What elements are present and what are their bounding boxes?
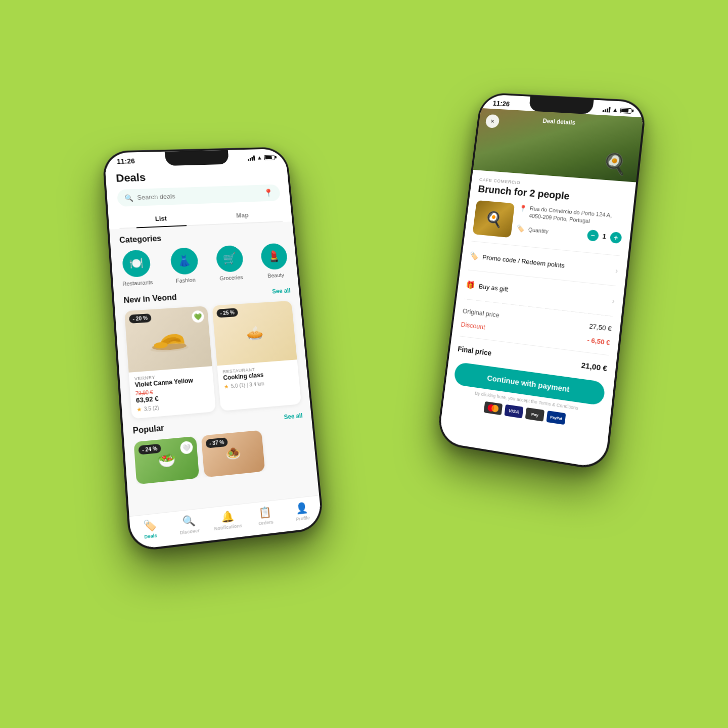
deal-content: CAFE COMERCIO Brunch for 2 people 📍 Rua … bbox=[439, 170, 636, 462]
battery-icon-2 bbox=[620, 108, 632, 114]
nav-icon-deals: 🏷️ bbox=[143, 518, 157, 533]
nav-label-orders: Orders bbox=[258, 519, 274, 526]
nav-notifications[interactable]: 🔔 Notifications bbox=[208, 508, 247, 532]
discount-label: Discount bbox=[461, 321, 486, 331]
product-card-shoe[interactable]: - 20 % 💚 bbox=[124, 306, 216, 419]
category-icon-groceries: 🛒 bbox=[215, 245, 244, 273]
mastercard-icon bbox=[484, 401, 503, 415]
nav-discover[interactable]: 🔍 Discover bbox=[169, 512, 209, 536]
category-label-groceries: Groceries bbox=[219, 274, 243, 281]
gift-chevron: › bbox=[612, 297, 615, 305]
final-price-label: Final price bbox=[458, 344, 492, 357]
search-input[interactable] bbox=[137, 190, 260, 201]
promo-code-row[interactable]: 🏷️ Promo code / Redeem points › bbox=[469, 246, 619, 281]
deal-info-row: 📍 Rua do Comércio do Porto 124 A, 4050-2… bbox=[472, 200, 624, 248]
food-product-info: RESTAURANT Cooking class ★ 5.0 (1) | bbox=[217, 359, 300, 395]
wifi-icon: ▲ bbox=[256, 154, 262, 161]
category-icon-fashion: 👗 bbox=[169, 247, 199, 275]
wishlist-btn-shoe[interactable]: 💚 bbox=[192, 310, 205, 323]
wifi-icon-2: ▲ bbox=[612, 106, 618, 113]
popular-title: Popular bbox=[132, 424, 164, 436]
popular-img-1: - 24 % 🥗 🤍 bbox=[133, 436, 199, 485]
discount-badge-food: - 25 % bbox=[216, 308, 238, 317]
nav-icon-notifications: 🔔 bbox=[220, 510, 234, 524]
category-label-fashion: Fashion bbox=[175, 277, 196, 284]
final-price-value: 21,00 € bbox=[581, 360, 608, 373]
deal-details-screen: 🍳 Deal details × CAFE COMERCIO Brunch fo… bbox=[439, 108, 644, 462]
new-section-title: New in Veond bbox=[123, 293, 177, 305]
address-icon: 📍 bbox=[518, 204, 527, 219]
deal-address-block: 📍 Rua do Comércio do Porto 124 A, 4050-2… bbox=[516, 204, 624, 248]
popular-scroll: - 24 % 🥗 🤍 - 37 % 🧆 bbox=[133, 426, 307, 485]
food-image: - 25 % 🥧 bbox=[212, 301, 297, 366]
quantity-value: 1 bbox=[602, 233, 607, 241]
category-restaurants[interactable]: 🍽️ Restaurants bbox=[120, 249, 153, 287]
paypal-icon: PayPal bbox=[546, 411, 566, 425]
nav-label-deals: Deals bbox=[144, 533, 157, 540]
hero-food-emoji: 🍳 bbox=[601, 151, 629, 176]
buy-as-gift-row[interactable]: 🎁 Buy as gift › bbox=[465, 275, 615, 311]
products-row: - 20 % 💚 bbox=[124, 301, 301, 419]
deal-thumbnail bbox=[472, 200, 515, 238]
see-all-popular[interactable]: See all bbox=[284, 412, 303, 421]
search-bar[interactable]: 🔍 📍 bbox=[117, 184, 281, 207]
see-all-new[interactable]: See all bbox=[272, 287, 291, 295]
categories-row: 🍽️ Restaurants 👗 Fashion 🛒 Groceries bbox=[120, 243, 289, 287]
shoe-image: - 20 % 💚 bbox=[124, 306, 212, 373]
original-price-label: Original price bbox=[462, 307, 500, 319]
popular-card-1[interactable]: - 24 % 🥗 🤍 bbox=[133, 436, 199, 485]
quantity-increase-btn[interactable]: + bbox=[610, 232, 622, 244]
category-groceries[interactable]: 🛒 Groceries bbox=[215, 245, 245, 282]
time-1: 11:26 bbox=[117, 157, 135, 165]
category-icon-restaurants: 🍽️ bbox=[121, 249, 151, 278]
discount-badge-shoe: - 20 % bbox=[129, 313, 152, 324]
star-icon-food: ★ bbox=[223, 383, 229, 390]
original-price-value: 27,50 € bbox=[589, 322, 612, 333]
nav-label-discover: Discover bbox=[179, 528, 200, 535]
status-icons-1: ▲ bbox=[247, 154, 275, 161]
phone2: 11:26 ▲ bbox=[436, 92, 647, 471]
category-icon-beauty: 💄 bbox=[260, 243, 288, 270]
tab-map[interactable]: Map bbox=[201, 206, 283, 224]
gift-label: Buy as gift bbox=[478, 282, 613, 305]
signal-icon bbox=[248, 155, 255, 161]
quantity-controls: − 1 + bbox=[586, 230, 622, 244]
shoe-rating: 3.5 (2) bbox=[144, 405, 159, 412]
promo-label: Promo code / Redeem points bbox=[482, 253, 616, 275]
promo-chevron: › bbox=[615, 266, 619, 275]
nav-orders[interactable]: 📋 Orders bbox=[246, 504, 285, 528]
category-label-beauty: Beauty bbox=[267, 272, 285, 279]
nav-icon-orders: 📋 bbox=[258, 505, 272, 519]
nav-label-profile: Profile bbox=[296, 515, 310, 522]
shoe-svg bbox=[144, 321, 193, 357]
category-beauty[interactable]: 💄 Beauty bbox=[260, 243, 289, 279]
shoe-product-info: VERNEY Violet Canna Yellow 79,90 € 63,92… bbox=[129, 366, 216, 419]
search-icon: 🔍 bbox=[124, 194, 133, 202]
nav-label-notifications: Notifications bbox=[214, 523, 242, 531]
star-icon-shoe: ★ bbox=[136, 406, 142, 413]
deals-title: Deals bbox=[116, 167, 279, 185]
notch1 bbox=[165, 150, 230, 166]
deals-screen: Deals 🔍 📍 List Map bbox=[105, 162, 322, 542]
popular-img-2: - 37 % 🧆 bbox=[201, 430, 265, 478]
quantity-decrease-btn[interactable]: − bbox=[586, 230, 599, 242]
status-icons-2: ▲ bbox=[603, 106, 632, 114]
nav-icon-profile: 👤 bbox=[295, 501, 309, 515]
battery-icon bbox=[264, 155, 275, 160]
nav-profile[interactable]: 👤 Profile bbox=[283, 500, 322, 523]
apple-pay-icon: Pay bbox=[525, 407, 544, 422]
tab-list[interactable]: List bbox=[118, 209, 203, 228]
signal-icon-2 bbox=[603, 106, 611, 112]
nav-deals[interactable]: 🏷️ Deals bbox=[129, 517, 170, 541]
categories-title: Categories bbox=[119, 234, 161, 245]
time-2: 11:26 bbox=[492, 99, 510, 108]
popular-card-2[interactable]: - 37 % 🧆 bbox=[201, 430, 265, 478]
nav-icon-discover: 🔍 bbox=[182, 514, 196, 528]
quantity-label: Quantity bbox=[528, 226, 549, 234]
categories-header: Categories bbox=[119, 229, 285, 245]
category-fashion[interactable]: 👗 Fashion bbox=[169, 247, 199, 284]
gift-icon: 🎁 bbox=[466, 280, 476, 290]
product-card-food[interactable]: - 25 % 🥧 RESTAURANT Cooking class ★ bbox=[212, 301, 301, 411]
pastry-illustration: 🧆 bbox=[201, 430, 265, 478]
quantity-icon: 🏷️ bbox=[516, 224, 525, 233]
